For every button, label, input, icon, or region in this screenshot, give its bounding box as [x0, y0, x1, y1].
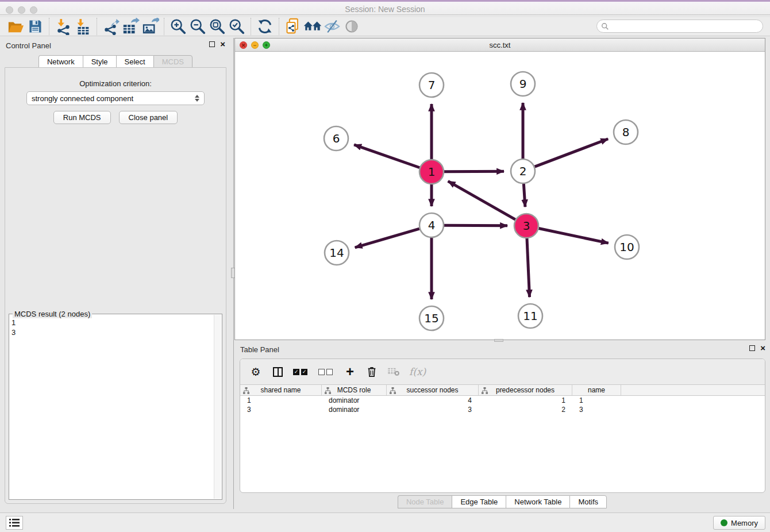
- show-columns-icon[interactable]: [271, 365, 284, 379]
- tab-select[interactable]: Select: [116, 55, 153, 68]
- column-header-successor-nodes[interactable]: successor nodes: [387, 385, 479, 395]
- optimization-criterion-value: strongly connected component: [32, 94, 133, 103]
- deselect-all-columns-icon[interactable]: [318, 365, 334, 379]
- control-panel: Control Panel × NetworkStyleSelectMCDS O…: [0, 38, 231, 509]
- save-session-icon[interactable]: [25, 18, 45, 35]
- close-table-panel-icon[interactable]: ×: [760, 345, 765, 351]
- column-header-predecessor-nodes[interactable]: predecessor nodes: [479, 385, 572, 395]
- memory-label: Memory: [731, 519, 758, 527]
- node-label-9: 9: [519, 77, 527, 91]
- close-panel-icon[interactable]: ×: [220, 41, 225, 47]
- tab-network-table[interactable]: Network Table: [506, 495, 569, 508]
- delete-table-icon: [387, 365, 400, 379]
- horizontal-splitter-handle[interactable]: [494, 339, 503, 342]
- table-row[interactable]: 1dominator411: [240, 396, 765, 405]
- node-label-8: 8: [622, 125, 630, 139]
- toolbar-separator: [49, 18, 49, 35]
- mcds-result-line: 1: [11, 318, 213, 327]
- tab-motifs[interactable]: Motifs: [569, 495, 607, 508]
- new-network-from-selection-icon[interactable]: [283, 18, 303, 35]
- zoom-selected-icon[interactable]: [227, 18, 247, 35]
- node-table-container: ⚙ ✓✓ + f(x) shared nameMCDS rolesuccesso…: [240, 358, 765, 493]
- result-scrollbar[interactable]: [214, 315, 221, 499]
- node-label-7: 7: [428, 78, 436, 92]
- optimization-criterion-select[interactable]: strongly connected component: [26, 91, 205, 105]
- tab-style[interactable]: Style: [83, 55, 116, 68]
- zoom-out-icon[interactable]: [188, 18, 207, 35]
- edge-1-to-2[interactable]: [444, 171, 504, 172]
- open-file-icon[interactable]: [6, 18, 25, 35]
- search-box[interactable]: [596, 20, 763, 33]
- zoom-in-icon[interactable]: [168, 18, 188, 35]
- mcds-result-list[interactable]: 13: [11, 315, 213, 498]
- table-cell[interactable]: dominator: [322, 396, 387, 405]
- toolbar-separator: [164, 18, 164, 35]
- table-cell[interactable]: 1: [479, 396, 572, 405]
- network-window-titlebar[interactable]: ✕ − + scc.txt: [235, 38, 765, 52]
- column-header-shared-name[interactable]: shared name: [240, 385, 322, 395]
- close-panel-button[interactable]: Close panel: [119, 111, 178, 124]
- import-network-icon[interactable]: [53, 18, 73, 35]
- task-history-button[interactable]: [6, 516, 23, 530]
- table-rows: 1dominator4113dominator323: [240, 396, 765, 414]
- table-cell[interactable]: 3: [572, 405, 621, 414]
- float-panel-icon[interactable]: [209, 41, 215, 47]
- node-label-14: 14: [329, 246, 344, 260]
- table-cell[interactable]: 4: [387, 396, 479, 405]
- edge-4-to-14[interactable]: [355, 229, 419, 248]
- column-header-name[interactable]: name: [572, 385, 621, 395]
- toolbar-separator: [97, 18, 97, 35]
- memory-button[interactable]: Memory: [713, 516, 765, 530]
- float-table-panel-icon[interactable]: [749, 345, 755, 351]
- edge-2-to-3[interactable]: [523, 184, 525, 207]
- table-cell[interactable]: 2: [479, 405, 572, 414]
- edge-4-to-3[interactable]: [444, 225, 507, 226]
- refresh-view-icon[interactable]: [255, 18, 275, 35]
- node-table: shared nameMCDS rolesuccessor nodesprede…: [240, 384, 765, 414]
- mcds-tab-content: Optimization criterion: strongly connect…: [5, 67, 226, 504]
- table-mode-gear-icon[interactable]: ⚙: [249, 365, 262, 379]
- table-cell[interactable]: 1: [240, 396, 322, 405]
- column-header-MCDS-role[interactable]: MCDS role: [322, 385, 387, 395]
- table-cell[interactable]: 3: [240, 405, 322, 414]
- tab-edge-table[interactable]: Edge Table: [452, 495, 506, 508]
- hide-selected-icon[interactable]: [322, 18, 342, 35]
- status-bar: Memory: [0, 512, 770, 532]
- table-cell[interactable]: 1: [572, 396, 621, 405]
- create-column-icon[interactable]: +: [344, 365, 356, 379]
- export-network-icon[interactable]: [101, 18, 121, 35]
- main-toolbar: [0, 17, 770, 36]
- node-label-11: 11: [523, 309, 537, 323]
- node-label-10: 10: [619, 240, 634, 254]
- show-all-icon[interactable]: [342, 18, 361, 35]
- table-toolbar: ⚙ ✓✓ + f(x): [240, 359, 765, 384]
- network-window-title: scc.txt: [235, 41, 765, 49]
- zoom-fit-icon[interactable]: [207, 18, 227, 35]
- mcds-result-line: 3: [11, 327, 213, 337]
- window-title: Session: New Session: [0, 5, 770, 14]
- export-image-icon[interactable]: [140, 18, 160, 35]
- toolbar-separator: [251, 18, 251, 35]
- select-all-columns-icon[interactable]: ✓✓: [293, 365, 309, 379]
- first-neighbors-icon[interactable]: [303, 18, 322, 35]
- edge-3-to-11[interactable]: [527, 238, 530, 297]
- toolbar-separator: [279, 18, 279, 35]
- table-cell[interactable]: dominator: [322, 405, 387, 414]
- network-canvas[interactable]: 1234678910111415: [235, 52, 765, 340]
- edge-1-to-6[interactable]: [354, 145, 419, 168]
- table-row[interactable]: 3dominator323: [240, 405, 765, 414]
- table-cell[interactable]: 3: [387, 405, 479, 414]
- control-panel-tabs: NetworkStyleSelectMCDS: [0, 55, 231, 68]
- edge-3-to-10[interactable]: [539, 229, 609, 244]
- import-table-icon[interactable]: [73, 18, 93, 35]
- edge-2-to-8[interactable]: [535, 139, 609, 167]
- search-input[interactable]: [609, 21, 763, 32]
- tab-node-table[interactable]: Node Table: [398, 495, 452, 508]
- tab-mcds[interactable]: MCDS: [153, 55, 192, 68]
- tab-network[interactable]: Network: [38, 55, 83, 68]
- node-label-2: 2: [519, 164, 527, 178]
- export-table-icon[interactable]: [121, 18, 140, 35]
- edge-3-to-1[interactable]: [448, 181, 515, 219]
- delete-columns-icon[interactable]: [365, 365, 378, 379]
- run-mcds-button[interactable]: Run MCDS: [53, 111, 111, 124]
